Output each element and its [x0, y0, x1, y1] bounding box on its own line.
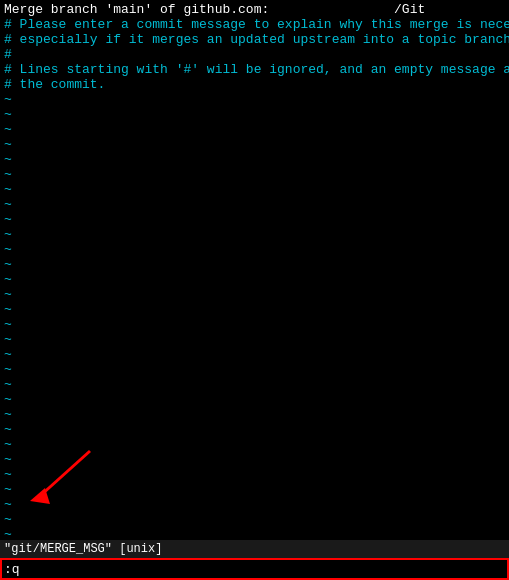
tilde-line: ~	[4, 152, 505, 167]
status-bar-text: "git/MERGE_MSG" [unix]	[4, 542, 162, 556]
tilde-line: ~	[4, 92, 505, 107]
tilde-line: ~	[4, 422, 505, 437]
tilde-line: ~	[4, 287, 505, 302]
tilde-line: ~	[4, 107, 505, 122]
title-text: Merge branch 'main' of github.com: /Git	[4, 2, 425, 17]
tilde-line: ~	[4, 167, 505, 182]
vim-command-input[interactable]	[4, 562, 64, 577]
line-4: #	[4, 47, 505, 62]
tilde-line: ~	[4, 362, 505, 377]
tilde-line: ~	[4, 377, 505, 392]
tilde-line: ~	[4, 392, 505, 407]
line-2: # Please enter a commit message to expla…	[4, 17, 505, 32]
comment-4: # Lines starting with '#' will be ignore…	[4, 62, 509, 77]
tilde-line: ~	[4, 452, 505, 467]
status-bar: "git/MERGE_MSG" [unix]	[0, 540, 509, 558]
comment-1: # Please enter a commit message to expla…	[4, 17, 509, 32]
line-1: Merge branch 'main' of github.com: /Git	[4, 2, 505, 17]
tilde-line: ~	[4, 497, 505, 512]
tilde-line: ~	[4, 227, 505, 242]
tilde-line: ~	[4, 347, 505, 362]
tilde-line: ~	[4, 317, 505, 332]
tilde-line: ~	[4, 122, 505, 137]
comment-2: # especially if it merges an updated ups…	[4, 32, 509, 47]
line-6: # the commit.	[4, 77, 505, 92]
command-line[interactable]	[0, 558, 509, 580]
tilde-line: ~	[4, 332, 505, 347]
line-5: # Lines starting with '#' will be ignore…	[4, 62, 505, 77]
editor-area: Merge branch 'main' of github.com: /Git …	[0, 0, 509, 540]
tilde-line: ~	[4, 482, 505, 497]
tilde-line: ~	[4, 437, 505, 452]
tilde-line: ~	[4, 407, 505, 422]
comment-5: # the commit.	[4, 77, 105, 92]
tilde-line: ~	[4, 242, 505, 257]
tilde-line: ~	[4, 302, 505, 317]
tilde-line: ~	[4, 212, 505, 227]
terminal: Merge branch 'main' of github.com: /Git …	[0, 0, 509, 580]
tilde-line: ~	[4, 257, 505, 272]
comment-3: #	[4, 47, 12, 62]
tilde-line: ~	[4, 137, 505, 152]
line-3: # especially if it merges an updated ups…	[4, 32, 505, 47]
tilde-line: ~	[4, 527, 505, 540]
tilde-line: ~	[4, 272, 505, 287]
tilde-line: ~	[4, 182, 505, 197]
tilde-line: ~	[4, 197, 505, 212]
tilde-line: ~	[4, 512, 505, 527]
tilde-line: ~	[4, 467, 505, 482]
